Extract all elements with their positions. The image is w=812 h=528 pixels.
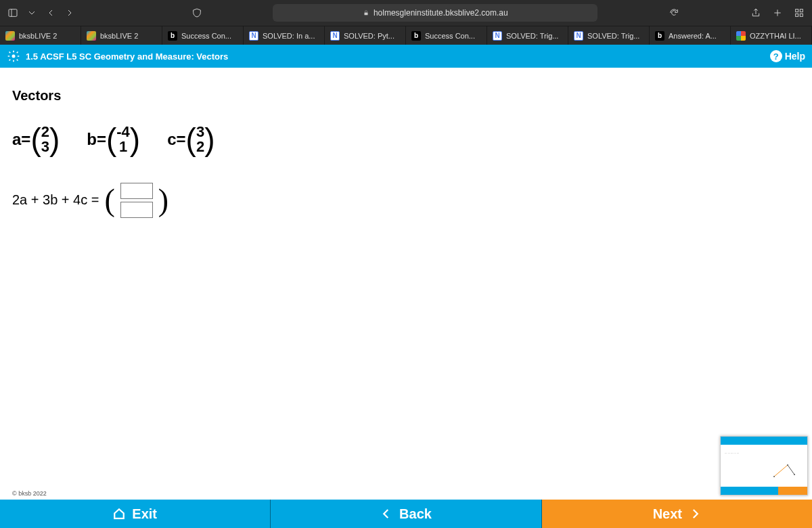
- answer-top-input[interactable]: [120, 183, 153, 199]
- vector-b-top: -4: [116, 125, 130, 139]
- right-paren: ): [49, 124, 60, 155]
- svg-rect-0: [9, 9, 17, 17]
- right-paren: ): [204, 124, 215, 155]
- vector-c: c= ( 3 2 ): [167, 124, 215, 155]
- help-icon: ?: [770, 50, 782, 62]
- left-paren: (: [104, 182, 114, 218]
- svg-rect-7: [796, 14, 798, 16]
- page-title: 1.5 ACSF L5 SC Geometry and Measure: Vec…: [26, 51, 228, 62]
- favicon-b-icon: b: [655, 31, 664, 41]
- vector-c-bot: 2: [196, 139, 204, 154]
- expression-text: 2a + 3b + 4c =: [12, 192, 99, 208]
- svg-point-9: [12, 55, 16, 58]
- home-icon: [113, 508, 125, 520]
- tab-label: SOLVED: Pyt...: [344, 32, 394, 40]
- lock-icon: [363, 9, 369, 16]
- tab-label: Success Con...: [425, 32, 475, 40]
- vector-a-label: a=: [12, 130, 30, 149]
- svg-rect-8: [800, 14, 803, 16]
- chevron-right-icon: [689, 508, 701, 520]
- favicon-n-icon: N: [249, 31, 258, 41]
- svg-rect-6: [800, 9, 803, 12]
- tab-6[interactable]: NSOLVED: Trig...: [487, 26, 568, 45]
- svg-point-12: [773, 476, 775, 477]
- favicon-n-icon: N: [493, 31, 502, 41]
- nav-forward-icon: [64, 7, 76, 19]
- tab-2[interactable]: bSuccess Con...: [162, 26, 244, 45]
- favicon-g-icon: [736, 31, 746, 41]
- tab-label: SOLVED: Trig...: [587, 32, 639, 40]
- tab-4[interactable]: NSOLVED: Pyt...: [325, 26, 406, 45]
- exit-label: Exit: [132, 506, 157, 522]
- vector-b: b= ( -4 1 ): [87, 124, 140, 155]
- chevron-left-icon: [380, 508, 392, 520]
- tab-3[interactable]: NSOLVED: In a...: [244, 26, 325, 45]
- tab-8[interactable]: bAnswered: A...: [650, 26, 731, 45]
- vector-definitions: a= ( 2 3 ) b= ( -4 1 ) c= ( 3 2 ): [12, 124, 800, 155]
- favicon-n-icon: N: [330, 31, 340, 41]
- tab-5[interactable]: bSuccess Con...: [406, 26, 487, 45]
- vector-a-bot: 3: [41, 139, 49, 154]
- shield-icon[interactable]: [191, 7, 203, 19]
- reload-icon[interactable]: [668, 7, 680, 19]
- expression-row: 2a + 3b + 4c = ( ): [12, 182, 800, 218]
- tab-label: bksbLIVE 2: [19, 32, 57, 40]
- vector-a-top: 2: [41, 125, 49, 139]
- help-button[interactable]: ? Help: [770, 50, 805, 62]
- bottom-nav: Exit Back Next: [0, 500, 812, 528]
- copyright: © bksb 2022: [12, 490, 47, 497]
- favicon-bksb-icon: [87, 31, 96, 41]
- tab-label: Success Con...: [181, 32, 231, 40]
- vector-c-label: c=: [167, 130, 185, 149]
- back-button[interactable]: Back: [271, 500, 541, 528]
- help-label: Help: [785, 51, 805, 62]
- tab-1[interactable]: bksbLIVE 2: [81, 26, 162, 45]
- thumbnail-vector-icon: [771, 460, 798, 480]
- sidebar-toggle-icon[interactable]: [7, 7, 19, 19]
- nav-back-icon[interactable]: [45, 7, 57, 19]
- next-button[interactable]: Next: [542, 500, 812, 528]
- new-tab-icon[interactable]: [771, 7, 784, 19]
- right-paren: ): [130, 124, 140, 155]
- favicon-bksb-icon: [5, 31, 15, 41]
- favicon-b-icon: b: [168, 31, 177, 41]
- right-paren: ): [158, 182, 168, 218]
- vector-a: a= ( 2 3 ): [12, 124, 60, 155]
- tab-0[interactable]: bksbLIVE 2: [0, 26, 81, 45]
- tab-overview-icon[interactable]: [793, 7, 805, 19]
- back-label: Back: [399, 506, 432, 522]
- tab-label: Answered: A...: [669, 32, 717, 40]
- favicon-b-icon: b: [411, 31, 421, 41]
- exit-button[interactable]: Exit: [0, 500, 271, 528]
- svg-point-14: [794, 474, 795, 475]
- left-paren: (: [106, 124, 116, 155]
- url-bar[interactable]: holmesgleninstitute.bksblive2.com.au: [273, 4, 597, 22]
- tab-9[interactable]: OZZYTHAI LI...: [731, 26, 812, 45]
- svg-rect-5: [796, 9, 798, 12]
- svg-line-11: [788, 465, 794, 475]
- left-paren: (: [186, 124, 196, 155]
- answer-bot-input[interactable]: [120, 202, 153, 218]
- chevron-down-icon[interactable]: [26, 7, 38, 19]
- svg-line-10: [774, 465, 788, 477]
- tab-7[interactable]: NSOLVED: Trig...: [568, 26, 650, 45]
- gear-icon[interactable]: [7, 49, 20, 63]
- vector-b-label: b=: [87, 130, 106, 149]
- tab-label: bksbLIVE 2: [100, 32, 138, 40]
- svg-point-13: [787, 464, 788, 466]
- content-heading: Vectors: [12, 88, 800, 104]
- content-area: Vectors a= ( 2 3 ) b= ( -4 1 ) c= ( 3 2: [0, 68, 812, 500]
- vector-c-top: 3: [196, 125, 204, 139]
- next-label: Next: [653, 506, 682, 522]
- url-text: holmesgleninstitute.bksblive2.com.au: [374, 8, 508, 18]
- vector-b-bot: 1: [119, 139, 127, 154]
- page-thumbnail[interactable]: ··· ··· ··· ··· ···: [720, 436, 808, 496]
- favicon-n-icon: N: [574, 31, 583, 41]
- tab-label: OZZYTHAI LI...: [750, 32, 801, 40]
- svg-rect-2: [364, 13, 367, 16]
- tab-label: SOLVED: Trig...: [506, 32, 558, 40]
- share-icon[interactable]: [750, 7, 762, 19]
- left-paren: (: [30, 124, 41, 155]
- tab-strip: bksbLIVE 2 bksbLIVE 2 bSuccess Con... NS…: [0, 26, 812, 45]
- page-header: 1.5 ACSF L5 SC Geometry and Measure: Vec…: [0, 45, 812, 68]
